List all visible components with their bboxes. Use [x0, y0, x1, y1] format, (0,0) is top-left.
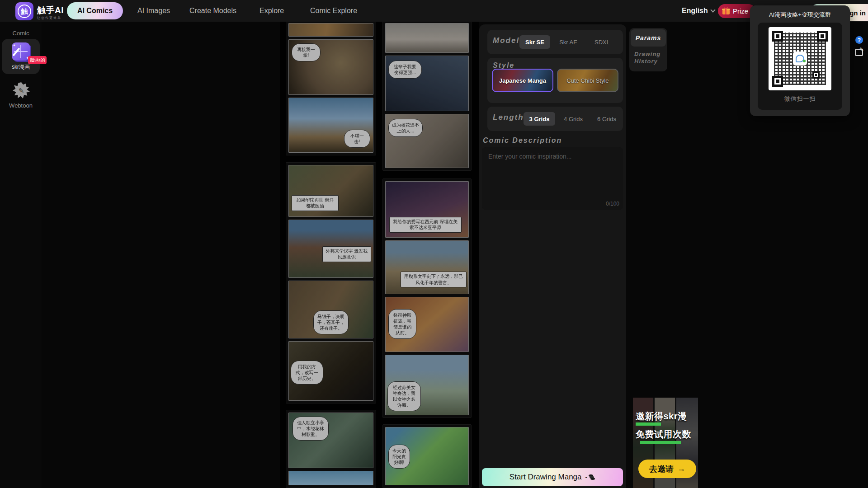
arrow-right-icon: → — [677, 464, 685, 474]
speech-bubble: 这辈子我要变得更强... — [388, 61, 422, 79]
model-option-skr-se[interactable]: Skr SE — [519, 35, 550, 49]
sidebar-item-webtoon-label: Webtoon — [0, 102, 42, 109]
speech-bubble: 佳人独立小亭中，水绕花林树影重。 — [292, 417, 329, 441]
wechat-icon — [793, 52, 807, 66]
invite-button-label: 去邀请 — [649, 464, 674, 474]
help-icon[interactable]: ? — [855, 36, 863, 44]
start-drawing-button[interactable]: Start Drawing Manga - — [482, 468, 623, 486]
promo-highlight — [640, 441, 681, 444]
comic-strip[interactable]: 这辈子我要变得更强... 成为校花追不上的人... — [382, 20, 472, 171]
speech-bubble: 成为校花追不上的人... — [388, 119, 423, 137]
char-counter: 0/100 — [596, 201, 619, 207]
invite-button[interactable]: 去邀请 → — [638, 460, 696, 478]
length-option-3-grids[interactable]: 3 Grids — [524, 112, 555, 126]
comic-panel: 用楔形文字刻下了永远，那已风化千年的誓言。 — [385, 240, 469, 295]
nav-tab-explore[interactable]: Explore — [259, 0, 284, 22]
logo-title: 触手AI — [37, 5, 64, 16]
speech-bubble: 祭司神殿征战，弓箭是谁的从前。 — [388, 309, 416, 339]
comic-strip[interactable]: 佳人独立小亭中，水绕花林树影重。 — [286, 410, 376, 488]
nav-tab-create-models[interactable]: Create Models — [189, 0, 236, 22]
length-option-4-grids[interactable]: 4 Grids — [561, 112, 585, 126]
comic-strip[interactable]: 如果华陀再世 崇洋都被医治 外邦来学汉字 激发我民族意识 马钱子，决明子，苍耳子… — [286, 162, 376, 404]
comic-panel: 这辈子我要变得更强... — [385, 56, 469, 111]
speech-bubble: 经过苏美女神身边，我以女神之名许愿。 — [387, 381, 421, 411]
length-option-6-grids[interactable]: 6 Grids — [595, 112, 618, 126]
comic-panel: 马钱子，决明子，苍耳子，还有莲子。 — [288, 281, 373, 338]
pencil-icon: ✎ — [19, 87, 24, 95]
comic-strip[interactable]: 今天的阳光真好啊! — [382, 424, 472, 488]
comic-strip[interactable]: 再接我一掌! 不堪一击! — [286, 20, 376, 155]
skr-badge: 超skr的 — [28, 56, 47, 64]
speech-bubble: 不堪一击! — [344, 130, 370, 148]
speech-bubble: 再接我一掌! — [292, 43, 321, 61]
style-option-cute-chibi[interactable]: Cute Chibi Style — [557, 69, 618, 92]
caption-box: 外邦来学汉字 激发我民族意识 — [322, 246, 371, 262]
promo-line2: 免费试用次数 — [636, 428, 698, 441]
model-label: Model — [493, 36, 519, 45]
comic-panel: 再接我一掌! — [288, 39, 373, 95]
speech-bubble: 用我的方式，改写一部历史。 — [291, 361, 323, 385]
tab-drawing-history[interactable]: Drawing History — [631, 47, 666, 70]
webtoon-icon: ✎ — [13, 82, 30, 99]
comic-panel: 祭司神殿征战，弓箭是谁的从前。 — [385, 297, 469, 352]
style-option-japanese-manga[interactable]: Japanese Manga — [492, 69, 553, 92]
comic-panel: 如果华陀再世 崇洋都被医治 — [288, 165, 373, 217]
sparkle-icon: ✦ — [13, 43, 16, 47]
caption-box: 用楔形文字刻下了永远，那已风化千年的誓言。 — [401, 272, 467, 287]
description-label: Comic Description — [483, 136, 562, 145]
nav-tab-ai-images[interactable]: AI Images — [137, 0, 170, 22]
caption-box: 如果华陀再世 崇洋都被医治 — [292, 195, 339, 211]
comic-panel — [288, 471, 373, 485]
logo-icon: 触 — [15, 2, 33, 20]
right-tab-strip: Params Drawing History — [629, 28, 667, 71]
qr-popup-title: AI漫画攻略+变现交流群 — [750, 11, 850, 19]
tab-params[interactable]: Params — [631, 29, 666, 47]
coins-icon — [588, 474, 595, 480]
qr-caption: 微信扫一扫 — [758, 95, 842, 103]
prize-label: Prize — [733, 7, 748, 15]
qr-popup: AI漫画攻略+变现交流群 微信扫一扫 — [750, 5, 850, 116]
comic-preview-area: 再接我一掌! 不堪一击! 如果华陀再世 崇洋都被医治 外邦来学汉字 激发我民族意… — [280, 22, 479, 488]
comic-panel: 今天的阳光真好啊! — [385, 427, 469, 485]
comic-strip[interactable]: 我给你的爱写在西元前 深埋在美索不达米亚平原 用楔形文字刻下了永远，那已风化千年… — [382, 178, 472, 418]
language-selector[interactable]: English — [682, 0, 715, 22]
length-label: Length — [493, 113, 524, 122]
logo[interactable]: 触 触手AI 让创作更简单 — [15, 2, 74, 21]
sidebar-item-webtoon[interactable]: ✎ Webtoon — [0, 79, 42, 112]
sidebar: Comic ✦ ✦ skr漫画 超skr的 ✎ Webtoon — [0, 22, 42, 488]
comic-panel: 佳人独立小亭中，水绕花林树影重。 — [288, 413, 373, 468]
skr-manga-icon: ✦ ✦ — [12, 42, 30, 61]
model-option-skr-ae[interactable]: Skr AE — [557, 35, 579, 49]
cost-indicator: - — [585, 474, 596, 481]
nav-tab-ai-comics[interactable]: AI Comics — [67, 2, 123, 19]
feedback-icon[interactable]: ✎ — [855, 49, 863, 56]
app-root: 触 触手AI 让创作更简单 AI Comics AI Images Create… — [0, 0, 868, 488]
comic-panel — [288, 23, 373, 37]
sidebar-item-skr-manga-label: skr漫画 — [0, 63, 42, 71]
top-nav: 触 触手AI 让创作更简单 AI Comics AI Images Create… — [0, 0, 868, 22]
comic-panel: 成为校花追不上的人... — [385, 114, 469, 168]
comic-panel: 不堪一击! — [288, 98, 373, 153]
qr-code — [769, 27, 831, 90]
promo-highlight — [636, 422, 661, 426]
comic-panel: 用我的方式，改写一部历史。 — [288, 341, 373, 401]
speech-bubble: 马钱子，决明子，苍耳子，还有莲子。 — [313, 310, 349, 334]
comic-panel: 经过苏美女神身边，我以女神之名许愿。 — [385, 355, 469, 415]
logo-glyph: 触 — [18, 5, 31, 18]
promo-line1: 邀新得skr漫 — [636, 410, 698, 422]
caption-box: 我给你的爱写在西元前 深埋在美索不达米亚平原 — [389, 217, 462, 233]
comic-panel: 我给你的爱写在西元前 深埋在美索不达米亚平原 — [385, 181, 469, 238]
gift-icon — [722, 8, 730, 14]
language-label: English — [682, 7, 708, 15]
comic-panel: 外邦来学汉字 激发我民族意识 — [288, 220, 373, 278]
sidebar-section-label: Comic — [0, 30, 42, 37]
start-button-label: Start Drawing Manga — [509, 473, 582, 482]
qr-container: 微信扫一扫 — [758, 23, 842, 110]
chevron-down-icon — [710, 7, 715, 12]
nav-tab-comic-explore-label: Comic Explore — [310, 7, 357, 15]
comic-panel — [385, 23, 469, 53]
invite-promo-banner[interactable]: 邀新得skr漫 免费试用次数 去邀请 → — [633, 398, 698, 488]
model-option-sdxl[interactable]: SDXL — [592, 35, 612, 49]
nav-tab-comic-explore[interactable]: Comic Explore NEW — [310, 0, 357, 22]
speech-bubble: 今天的阳光真好啊! — [388, 445, 410, 469]
